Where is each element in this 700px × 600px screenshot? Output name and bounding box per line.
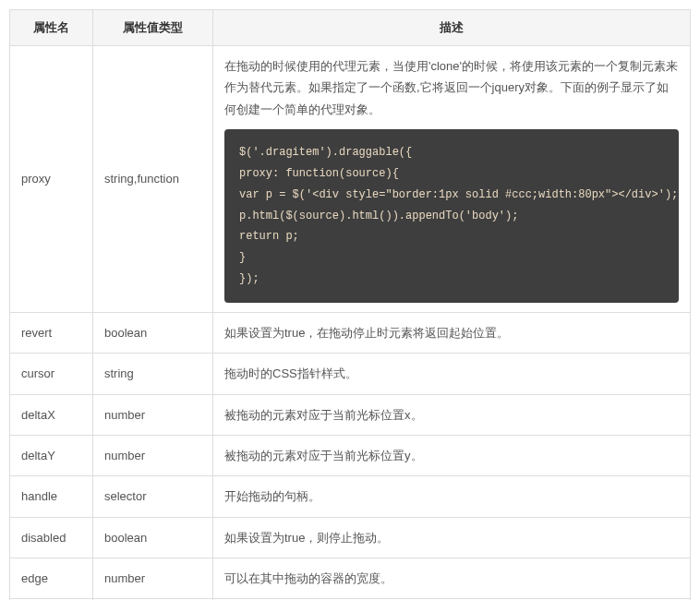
table-header-row: 属性名 属性值类型 描述 (10, 10, 691, 46)
cell-type: number (93, 558, 213, 599)
cell-type: string,function (93, 46, 213, 313)
desc-text: 在拖动的时候使用的代理元素，当使用'clone'的时候，将使用该元素的一个复制元… (224, 55, 679, 120)
cell-desc: 如果设置为true，在拖动停止时元素将返回起始位置。 (213, 312, 691, 353)
cell-name: deltaY (10, 435, 93, 475)
code-block: $('.dragitem').draggable({ proxy: functi… (224, 129, 679, 303)
table-row: deltaY number 被拖动的元素对应于当前光标位置y。 (10, 435, 691, 475)
header-type: 属性值类型 (93, 10, 213, 46)
cell-name: proxy (10, 46, 93, 313)
table-row: edge number 可以在其中拖动的容器的宽度。 (10, 558, 691, 599)
cell-name: handle (10, 476, 93, 517)
cell-name: edge (10, 558, 93, 599)
cell-desc: 在拖动的时候使用的代理元素，当使用'clone'的时候，将使用该元素的一个复制元… (213, 46, 691, 313)
cell-name: cursor (10, 354, 93, 394)
cell-desc: 拖动时的CSS指针样式。 (213, 354, 691, 394)
table-row: handle selector 开始拖动的句柄。 (10, 476, 691, 517)
cell-desc: 开始拖动的句柄。 (213, 476, 691, 517)
table-row: deltaX number 被拖动的元素对应于当前光标位置x。 (10, 394, 691, 435)
table-row: cursor string 拖动时的CSS指针样式。 (10, 354, 691, 394)
cell-type: boolean (93, 312, 213, 353)
table-row: revert boolean 如果设置为true，在拖动停止时元素将返回起始位置… (10, 312, 691, 353)
cell-name: revert (10, 312, 93, 353)
header-desc: 描述 (213, 10, 691, 46)
header-name: 属性名 (10, 10, 93, 46)
cell-desc: 被拖动的元素对应于当前光标位置x。 (213, 394, 691, 435)
table-row: disabled boolean 如果设置为true，则停止拖动。 (10, 517, 691, 558)
properties-table: 属性名 属性值类型 描述 proxy string,function 在拖动的时… (9, 9, 691, 600)
cell-desc: 被拖动的元素对应于当前光标位置y。 (213, 435, 691, 475)
cell-type: number (93, 435, 213, 475)
cell-type: number (93, 394, 213, 435)
table-row: proxy string,function 在拖动的时候使用的代理元素，当使用'… (10, 46, 691, 313)
cell-name: disabled (10, 517, 93, 558)
cell-name: deltaX (10, 394, 93, 435)
cell-desc: 可以在其中拖动的容器的宽度。 (213, 558, 691, 599)
cell-type: boolean (93, 517, 213, 558)
cell-type: string (93, 354, 213, 394)
cell-type: selector (93, 476, 213, 517)
cell-desc: 如果设置为true，则停止拖动。 (213, 517, 691, 558)
